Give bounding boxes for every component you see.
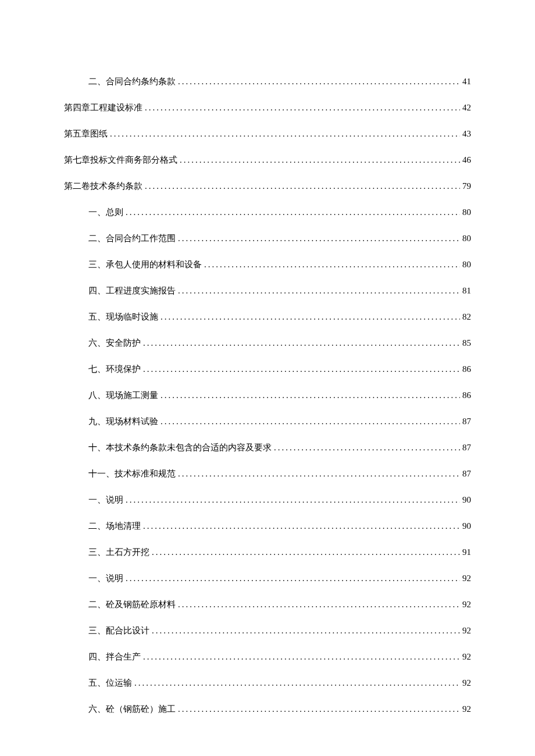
toc-entry[interactable]: 第七章投标文件商务部分格式46 (64, 154, 471, 166)
toc-leader-dots (178, 76, 460, 84)
toc-entry-label: 十、本技术条约条款未包含的合适的内容及要求 (88, 442, 272, 454)
toc-leader-dots (160, 311, 460, 320)
toc-entry-label: 五、现场临时设施 (88, 311, 158, 323)
toc-entry[interactable]: 五、现场临时设施82 (88, 311, 471, 323)
toc-leader-dots (178, 599, 460, 607)
toc-entry-page: 92 (462, 625, 471, 637)
toc-entry-label: 第四章工程建设标准 (64, 102, 142, 114)
toc-leader-dots (178, 285, 460, 293)
toc-leader-dots (126, 494, 460, 503)
toc-entry-label: 八、现场施工测量 (88, 389, 158, 402)
toc-entry-page: 80 (462, 206, 471, 218)
toc-entry-label: 七、环境保护 (88, 363, 141, 375)
toc-entry-label: 二、合同合约工作范围 (88, 232, 176, 245)
toc-entry-label: 一、总则 (88, 206, 123, 218)
toc-leader-dots (152, 625, 460, 633)
toc-leader-dots (274, 442, 460, 450)
toc-entry-page: 80 (462, 232, 471, 245)
toc-entry-label: 三、配合比设计 (88, 625, 149, 637)
toc-entry-page: 92 (462, 599, 471, 611)
toc-entry-page: 42 (462, 102, 471, 114)
toc-entry-label: 五、位运输 (88, 677, 132, 689)
toc-entry[interactable]: 二、合同合约工作范围80 (88, 232, 471, 245)
toc-leader-dots (204, 259, 460, 267)
toc-leader-dots (110, 128, 460, 137)
toc-entry[interactable]: 五、位运输92 (88, 677, 471, 689)
toc-leader-dots (143, 337, 460, 346)
toc-entry[interactable]: 六、安全防护85 (88, 337, 471, 349)
toc-entry-page: 86 (462, 363, 471, 375)
toc-entry-label: 第二卷技术条约条款 (64, 180, 142, 192)
toc-entry-page: 90 (462, 520, 471, 532)
toc-entry-label: 第七章投标文件商务部分格式 (64, 154, 177, 166)
toc-entry-page: 85 (462, 337, 471, 349)
toc-entry-page: 79 (462, 180, 471, 192)
toc-entry[interactable]: 二、砼及钢筋砼原材料92 (88, 599, 471, 611)
toc-leader-dots (152, 546, 460, 555)
toc-entry[interactable]: 六、砼（钢筋砼）施工92 (88, 703, 471, 715)
toc-leader-dots (180, 154, 460, 163)
toc-entry[interactable]: 三、配合比设计92 (88, 625, 471, 637)
toc-entry-page: 90 (462, 494, 471, 506)
toc-entry[interactable]: 第二卷技术条约条款79 (64, 180, 471, 192)
toc-entry[interactable]: 八、现场施工测量86 (88, 389, 471, 402)
toc-entry[interactable]: 三、承包人使用的材料和设备80 (88, 259, 471, 271)
toc-entry-page: 80 (462, 259, 471, 271)
toc-leader-dots (145, 180, 460, 189)
toc-leader-dots (145, 102, 460, 110)
toc-entry-page: 46 (462, 154, 471, 166)
toc-entry-label: 二、合同合约条约条款 (88, 76, 176, 88)
toc-entry-page: 91 (462, 546, 471, 558)
toc-entry-label: 六、安全防护 (88, 337, 141, 349)
toc-entry-page: 81 (462, 285, 471, 297)
toc-entry-page: 87 (462, 415, 471, 428)
toc-leader-dots (160, 415, 460, 424)
toc-leader-dots (178, 468, 460, 476)
toc-leader-dots (143, 363, 460, 372)
toc-entry-page: 43 (462, 128, 471, 140)
toc-entry[interactable]: 九、现场材料试验87 (88, 415, 471, 428)
toc-entry-page: 92 (462, 677, 471, 689)
toc-entry-label: 一、说明 (88, 494, 123, 506)
toc-leader-dots (178, 703, 460, 712)
toc-entry-label: 四、工程进度实施报告 (88, 285, 176, 297)
toc-entry-label: 第五章图纸 (64, 128, 108, 140)
toc-entry-label: 二、场地清理 (88, 520, 141, 532)
toc-entry-label: 六、砼（钢筋砼）施工 (88, 703, 176, 715)
table-of-contents: 二、合同合约条约条款41第四章工程建设标准42第五章图纸43第七章投标文件商务部… (64, 76, 471, 715)
toc-entry[interactable]: 二、场地清理90 (88, 520, 471, 532)
toc-entry[interactable]: 四、拌合生产92 (88, 651, 471, 663)
toc-entry-page: 86 (462, 389, 471, 402)
toc-entry[interactable]: 一、说明90 (88, 494, 471, 506)
toc-entry-label: 九、现场材料试验 (88, 415, 158, 428)
toc-leader-dots (143, 651, 460, 660)
toc-entry-label: 二、砼及钢筋砼原材料 (88, 599, 176, 611)
toc-entry-page: 92 (462, 703, 471, 715)
toc-entry[interactable]: 二、合同合约条约条款41 (88, 76, 471, 88)
toc-entry-page: 92 (462, 572, 471, 585)
toc-leader-dots (143, 520, 460, 529)
toc-entry[interactable]: 第五章图纸43 (64, 128, 471, 140)
toc-entry[interactable]: 一、总则80 (88, 206, 471, 218)
toc-leader-dots (160, 389, 460, 398)
toc-entry[interactable]: 七、环境保护86 (88, 363, 471, 375)
toc-entry-page: 41 (462, 76, 471, 88)
toc-entry-label: 三、承包人使用的材料和设备 (88, 259, 202, 271)
toc-entry[interactable]: 十、本技术条约条款未包含的合适的内容及要求87 (88, 442, 471, 454)
toc-entry[interactable]: 三、土石方开挖91 (88, 546, 471, 558)
toc-leader-dots (126, 206, 460, 215)
toc-entry-page: 92 (462, 651, 471, 663)
toc-leader-dots (134, 677, 460, 686)
toc-entry-label: 三、土石方开挖 (88, 546, 149, 558)
toc-entry[interactable]: 十一、技术标准和规范87 (88, 468, 471, 480)
toc-entry-page: 87 (462, 442, 471, 454)
toc-entry[interactable]: 第四章工程建设标准42 (64, 102, 471, 114)
toc-entry-label: 十一、技术标准和规范 (88, 468, 176, 480)
toc-leader-dots (178, 232, 460, 241)
toc-entry[interactable]: 一、说明92 (88, 572, 471, 585)
toc-leader-dots (126, 572, 460, 581)
toc-entry-label: 一、说明 (88, 572, 123, 585)
toc-entry[interactable]: 四、工程进度实施报告81 (88, 285, 471, 297)
toc-entry-label: 四、拌合生产 (88, 651, 141, 663)
toc-entry-page: 87 (462, 468, 471, 480)
